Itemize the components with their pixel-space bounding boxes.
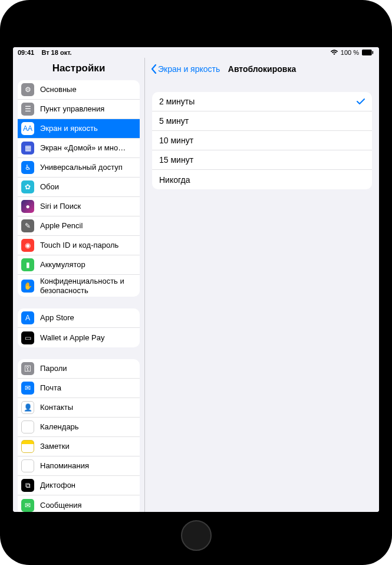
sidebar-item-notes[interactable]: Заметки [18, 437, 140, 456]
autolock-option[interactable]: 5 минут [152, 111, 372, 131]
list-icon: ☰ [21, 459, 34, 472]
svg-rect-1 [373, 51, 374, 54]
sidebar-item-passwords[interactable]: ⚿Пароли [18, 359, 140, 379]
envelope-icon: ✉︎ [21, 382, 34, 395]
key-icon: ⚿ [21, 362, 34, 375]
battery-full-icon [361, 50, 374, 55]
appstore-icon: A [21, 311, 34, 324]
back-button[interactable]: Экран и яркость [151, 64, 220, 74]
gear-icon: ⚙︎ [21, 83, 34, 96]
back-label: Экран и яркость [158, 64, 220, 74]
sidebar-item-label: Обои [40, 182, 135, 192]
sidebar-item-siri[interactable]: ●Siri и Поиск [18, 197, 140, 216]
option-label: Никогда [159, 175, 190, 185]
detail-pane: Экран и яркость Автоблокировка 2 минуты5… [145, 58, 379, 512]
sidebar-item-label: Apple Pencil [40, 221, 135, 231]
autolock-option[interactable]: 10 минут [152, 131, 372, 150]
settings-group: AApp Store▭Wallet и Apple Pay [18, 308, 140, 347]
option-label: 5 минут [159, 116, 189, 126]
fingerprint-icon: ◉ [21, 239, 34, 252]
sidebar-item-label: Почта [40, 383, 135, 393]
settings-sidebar[interactable]: Настройки ⚙︎Основные☰Пункт управленияAAЭ… [13, 58, 145, 512]
autolock-option[interactable]: 2 минуты [152, 92, 372, 111]
sidebar-item-label: Пункт управления [40, 104, 135, 114]
sidebar-item-wallpaper[interactable]: ✿Обои [18, 178, 140, 197]
sidebar-item-touchid[interactable]: ◉Touch ID и код-пароль [18, 236, 140, 255]
status-battery: 100 % [341, 49, 359, 56]
sidebar-item-contacts[interactable]: 👤Контакты [18, 398, 140, 418]
sidebar-item-label: App Store [40, 313, 135, 323]
sidebar-title: Настройки [13, 58, 144, 80]
autolock-option[interactable]: Никогда [152, 170, 372, 189]
sidebar-item-label: Siri и Поиск [40, 202, 135, 211]
chevron-left-icon [151, 64, 157, 74]
sidebar-item-label: Пароли [40, 364, 135, 373]
sidebar-item-calendar[interactable]: ▦Календарь [18, 418, 140, 437]
sidebar-item-label: Диктофон [40, 481, 135, 490]
sidebar-item-control-center[interactable]: ☰Пункт управления [18, 100, 140, 119]
hand-icon: ✋ [21, 280, 34, 293]
home-button[interactable] [181, 520, 212, 551]
battery-icon: ▮ [21, 258, 34, 271]
sidebar-item-label: Заметки [40, 442, 135, 451]
svg-rect-0 [362, 50, 372, 55]
sidebar-item-label: Универсальный доступ [40, 163, 135, 172]
sidebar-item-label: Контакты [40, 403, 135, 412]
autolock-option[interactable]: 15 минут [152, 150, 372, 170]
status-date: Вт 18 окт. [41, 49, 71, 56]
sidebar-item-privacy[interactable]: ✋Конфиденциальность и безопасность [18, 275, 140, 297]
sidebar-item-label: Аккумулятор [40, 260, 135, 270]
accessibility-icon: ♿︎ [21, 161, 34, 174]
sidebar-item-voice-memos[interactable]: ⧉Диктофон [18, 476, 140, 495]
sidebar-item-messages[interactable]: ✉︎Сообщения [18, 495, 140, 512]
sidebar-item-accessibility[interactable]: ♿︎Универсальный доступ [18, 158, 140, 178]
sidebar-item-label: Экран «Домой» и мно… [40, 143, 135, 153]
sidebar-item-label: Wallet и Apple Pay [40, 333, 135, 343]
option-label: 2 минуты [159, 97, 195, 106]
detail-title: Автоблокировка [228, 64, 296, 74]
sidebar-item-label: Конфиденциальность и безопасность [40, 277, 135, 295]
detail-nav-bar: Экран и яркость Автоблокировка [145, 58, 379, 80]
option-label: 15 минут [159, 155, 193, 165]
sidebar-item-battery[interactable]: ▮Аккумулятор [18, 255, 140, 275]
sidebar-item-general[interactable]: ⚙︎Основные [18, 80, 140, 100]
status-time: 09:41 [18, 49, 34, 56]
wifi-icon [330, 50, 338, 55]
sidebar-item-label: Основные [40, 85, 135, 94]
message-icon: ✉︎ [21, 499, 34, 512]
status-bar: 09:41 Вт 18 окт. 100 % [13, 47, 379, 58]
sidebar-item-display[interactable]: AAЭкран и яркость [18, 119, 140, 139]
sidebar-item-label: Сообщения [40, 501, 135, 510]
sidebar-item-label: Календарь [40, 422, 135, 432]
note-icon [21, 440, 34, 453]
waveform-icon: ⧉ [21, 479, 34, 492]
sidebar-item-pencil[interactable]: ✎Apple Pencil [18, 216, 140, 236]
sidebar-item-appstore[interactable]: AApp Store [18, 308, 140, 328]
sidebar-item-label: Touch ID и код-пароль [40, 241, 135, 250]
apps-grid-icon: ▦ [21, 142, 34, 155]
pencil-icon: ✎ [21, 219, 34, 232]
sidebar-item-label: Экран и яркость [40, 124, 135, 133]
sidebar-item-label: Напоминания [40, 461, 135, 471]
wallet-icon: ▭ [21, 331, 34, 344]
sidebar-item-reminders[interactable]: ☰Напоминания [18, 456, 140, 476]
checkmark-icon [357, 98, 365, 104]
sidebar-item-home-screen[interactable]: ▦Экран «Домой» и мно… [18, 139, 140, 158]
siri-icon: ● [21, 200, 34, 213]
switches-icon: ☰ [21, 103, 34, 116]
text-size-icon: AA [21, 122, 34, 135]
calendar-icon: ▦ [21, 421, 34, 433]
sidebar-item-wallet[interactable]: ▭Wallet и Apple Pay [18, 328, 140, 347]
settings-group: ⚿Пароли✉︎Почта👤Контакты▦Календарь Заметк… [18, 359, 140, 512]
person-icon: 👤 [21, 401, 34, 414]
autolock-options: 2 минуты5 минут10 минут15 минутНикогда [152, 92, 372, 189]
sidebar-item-mail[interactable]: ✉︎Почта [18, 379, 140, 398]
flower-icon: ✿ [21, 180, 34, 193]
option-label: 10 минут [159, 136, 193, 145]
settings-group: ⚙︎Основные☰Пункт управленияAAЭкран и ярк… [18, 80, 140, 297]
